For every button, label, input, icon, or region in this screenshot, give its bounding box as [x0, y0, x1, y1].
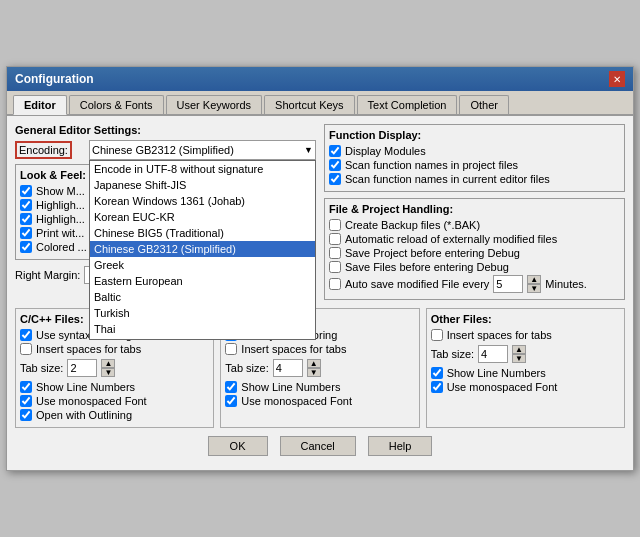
- dropdown-item-euckr[interactable]: Korean EUC-KR: [90, 209, 315, 225]
- other-tab-size-value[interactable]: [478, 345, 508, 363]
- dropdown-item-big5[interactable]: Chinese BIG5 (Traditional): [90, 225, 315, 241]
- other-mono-row: Use monospaced Font: [431, 381, 620, 393]
- other-linenums-row: Show Line Numbers: [431, 367, 620, 379]
- tab-editor[interactable]: Editor: [13, 95, 67, 115]
- highlight1-label: Highligh...: [36, 199, 85, 211]
- tab-text-completion[interactable]: Text Completion: [357, 95, 458, 114]
- other-spaces-checkbox[interactable]: [431, 329, 443, 341]
- show-m-checkbox[interactable]: [20, 185, 32, 197]
- tab-colors-fonts[interactable]: Colors & Fonts: [69, 95, 164, 114]
- encoding-select[interactable]: Chinese GB2312 (Simplified) ▼: [89, 140, 316, 160]
- cpp-linenums-row: Show Line Numbers: [20, 381, 209, 393]
- help-button[interactable]: Help: [368, 436, 433, 456]
- asm-mono-checkbox[interactable]: [225, 395, 237, 407]
- tab-user-keywords[interactable]: User Keywords: [166, 95, 263, 114]
- asm-mono-row: Use monospaced Font: [225, 395, 414, 407]
- cpp-syntax-checkbox[interactable]: [20, 329, 32, 341]
- highlight2-label: Highligh...: [36, 213, 85, 225]
- dropdown-item-johab[interactable]: Korean Windows 1361 (Johab): [90, 193, 315, 209]
- cpp-tab-size-value[interactable]: [67, 359, 97, 377]
- auto-save-checkbox[interactable]: [329, 278, 341, 290]
- cancel-button[interactable]: Cancel: [280, 436, 356, 456]
- dropdown-item-gb2312[interactable]: Chinese GB2312 (Simplified): [90, 241, 315, 257]
- other-tab-down[interactable]: ▼: [512, 354, 526, 363]
- dropdown-item-utf8[interactable]: Encode in UTF-8 without signature: [90, 161, 315, 177]
- cpp-mono-checkbox[interactable]: [20, 395, 32, 407]
- auto-save-label: Auto save modified File every: [345, 278, 489, 290]
- other-tab-up[interactable]: ▲: [512, 345, 526, 354]
- cpp-mono-row: Use monospaced Font: [20, 395, 209, 407]
- asm-tab-size-label: Tab size:: [225, 362, 268, 374]
- save-project-checkbox[interactable]: [329, 247, 341, 259]
- highlight1-checkbox[interactable]: [20, 199, 32, 211]
- scan-project-checkbox[interactable]: [329, 159, 341, 171]
- tab-shortcut-keys[interactable]: Shortcut Keys: [264, 95, 354, 114]
- fp-cb2: Automatic reload of externally modified …: [329, 233, 620, 245]
- left-panel: General Editor Settings: Encoding: Chine…: [15, 124, 316, 300]
- scan-editor-checkbox[interactable]: [329, 173, 341, 185]
- dropdown-item-sjis[interactable]: Japanese Shift-JIS: [90, 177, 315, 193]
- asm-linenums-checkbox[interactable]: [225, 381, 237, 393]
- cpp-tab-down[interactable]: ▼: [101, 368, 115, 377]
- dropdown-item-thai[interactable]: Thai: [90, 321, 315, 337]
- backup-checkbox[interactable]: [329, 219, 341, 231]
- other-linenums-label: Show Line Numbers: [447, 367, 546, 379]
- other-tab-spinner: ▲ ▼: [512, 345, 526, 363]
- save-files-checkbox[interactable]: [329, 261, 341, 273]
- colored-checkbox[interactable]: [20, 241, 32, 253]
- asm-tab-down[interactable]: ▼: [307, 368, 321, 377]
- encoding-dropdown-container: Chinese GB2312 (Simplified) ▼ Encode in …: [89, 140, 316, 160]
- dropdown-item-baltic[interactable]: Baltic: [90, 289, 315, 305]
- dropdown-item-eastern[interactable]: Eastern European: [90, 273, 315, 289]
- cpp-tab-up[interactable]: ▲: [101, 359, 115, 368]
- function-display-box: Function Display: Display Modules Scan f…: [324, 124, 625, 192]
- other-linenums-checkbox[interactable]: [431, 367, 443, 379]
- cpp-outline-label: Open with Outlining: [36, 409, 132, 421]
- asm-linenums-row: Show Line Numbers: [225, 381, 414, 393]
- close-button[interactable]: ✕: [609, 71, 625, 87]
- encoding-row: Encoding: Chinese GB2312 (Simplified) ▼ …: [15, 140, 316, 160]
- encoding-label: Encoding:: [15, 144, 85, 156]
- fp-cb4: Save Files before entering Debug: [329, 261, 620, 273]
- cpp-tab-spinner: ▲ ▼: [101, 359, 115, 377]
- print-with-checkbox[interactable]: [20, 227, 32, 239]
- asm-tab-size-value[interactable]: [273, 359, 303, 377]
- cpp-spaces-label: Insert spaces for tabs: [36, 343, 141, 355]
- encoding-dropdown-list: Encode in UTF-8 without signature Japane…: [89, 160, 316, 340]
- asm-spaces-label: Insert spaces for tabs: [241, 343, 346, 355]
- tab-other[interactable]: Other: [459, 95, 509, 114]
- asm-mono-label: Use monospaced Font: [241, 395, 352, 407]
- asm-tab-size-row: Tab size: ▲ ▼: [225, 359, 414, 377]
- display-modules-checkbox[interactable]: [329, 145, 341, 157]
- save-files-label: Save Files before entering Debug: [345, 261, 509, 273]
- other-mono-checkbox[interactable]: [431, 381, 443, 393]
- minutes-label: Minutes.: [545, 278, 587, 290]
- tabs-container: Editor Colors & Fonts User Keywords Shor…: [7, 91, 633, 116]
- auto-reload-checkbox[interactable]: [329, 233, 341, 245]
- encoding-value: Chinese GB2312 (Simplified): [92, 144, 304, 156]
- auto-save-down[interactable]: ▼: [527, 284, 541, 293]
- auto-save-value[interactable]: [493, 275, 523, 293]
- asm-linenums-label: Show Line Numbers: [241, 381, 340, 393]
- dropdown-arrow-icon: ▼: [304, 145, 313, 155]
- asm-tab-up[interactable]: ▲: [307, 359, 321, 368]
- auto-save-up[interactable]: ▲: [527, 275, 541, 284]
- cpp-spaces-checkbox[interactable]: [20, 343, 32, 355]
- cpp-mono-label: Use monospaced Font: [36, 395, 147, 407]
- cpp-spaces-row: Insert spaces for tabs: [20, 343, 209, 355]
- dropdown-item-greek[interactable]: Greek: [90, 257, 315, 273]
- window-title: Configuration: [15, 72, 94, 86]
- cpp-outline-checkbox[interactable]: [20, 409, 32, 421]
- dropdown-item-vietnamese[interactable]: Vietnamese: [90, 337, 315, 340]
- other-files-title: Other Files:: [431, 313, 620, 325]
- cpp-linenums-checkbox[interactable]: [20, 381, 32, 393]
- dropdown-item-turkish[interactable]: Turkish: [90, 305, 315, 321]
- cpp-linenums-label: Show Line Numbers: [36, 381, 135, 393]
- asm-spaces-checkbox[interactable]: [225, 343, 237, 355]
- ok-button[interactable]: OK: [208, 436, 268, 456]
- other-spaces-row: Insert spaces for tabs: [431, 329, 620, 341]
- buttons-row: OK Cancel Help: [15, 436, 625, 462]
- scan-project-label: Scan function names in project files: [345, 159, 518, 171]
- highlight2-checkbox[interactable]: [20, 213, 32, 225]
- file-project-title: File & Project Handling:: [329, 203, 620, 215]
